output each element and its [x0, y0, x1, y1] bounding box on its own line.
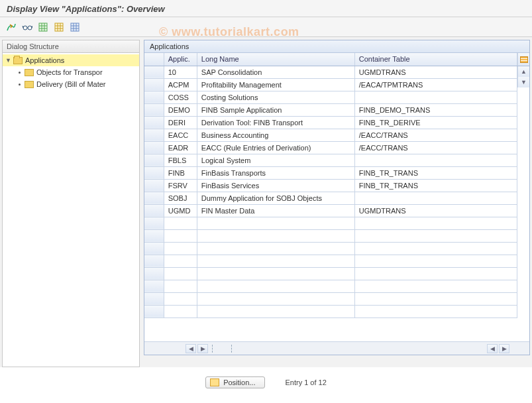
- position-button[interactable]: Position...: [205, 376, 265, 388]
- cell-long-name[interactable]: SAP Consolidation: [197, 66, 354, 78]
- row-selector[interactable]: [144, 255, 164, 267]
- row-selector[interactable]: [144, 116, 164, 129]
- cell-long-name[interactable]: [197, 280, 354, 292]
- row-selector[interactable]: [144, 78, 164, 91]
- row-selector[interactable]: [144, 242, 164, 255]
- cell-long-name[interactable]: [197, 292, 354, 305]
- toggle-display-icon[interactable]: [5, 21, 17, 33]
- cell-applic[interactable]: [164, 280, 197, 292]
- cell-container-table[interactable]: UGMDTRANS: [354, 66, 517, 78]
- hscroll-left-button[interactable]: ◀: [186, 344, 196, 353]
- cell-long-name[interactable]: FINB Sample Application: [197, 103, 354, 116]
- row-selector[interactable]: [144, 103, 164, 116]
- cell-container-table[interactable]: [354, 267, 517, 280]
- cell-applic[interactable]: [164, 242, 197, 255]
- hscroll-right-button-2[interactable]: ▶: [499, 344, 509, 353]
- row-selector[interactable]: [144, 292, 164, 305]
- row-selector[interactable]: [144, 91, 164, 103]
- col-header-applic[interactable]: Applic.: [164, 53, 197, 66]
- cell-container-table[interactable]: [354, 280, 517, 292]
- table-row[interactable]: SOBJDummy Application for SOBJ Objects: [144, 192, 517, 204]
- cell-long-name[interactable]: Business Accounting: [197, 129, 354, 141]
- spreadsheet-green-icon[interactable]: [37, 21, 49, 33]
- glasses-icon[interactable]: [21, 21, 33, 33]
- table-row-empty[interactable]: [144, 217, 517, 229]
- scroll-up-button[interactable]: ▲: [518, 66, 529, 77]
- hscroll-right-button[interactable]: ▶: [197, 344, 208, 353]
- cell-applic[interactable]: UGMD: [164, 204, 197, 217]
- spreadsheet-yellow-icon[interactable]: [53, 21, 65, 33]
- table-row[interactable]: EACCBusiness Accounting/EACC/TRANS: [144, 129, 517, 141]
- cell-long-name[interactable]: [197, 217, 354, 229]
- row-selector[interactable]: [144, 267, 164, 280]
- tree-node-applications[interactable]: ▼ Applications: [3, 54, 139, 66]
- row-selector[interactable]: [144, 141, 164, 154]
- cell-long-name[interactable]: [197, 305, 354, 317]
- cell-applic[interactable]: [164, 267, 197, 280]
- table-row-empty[interactable]: [144, 267, 517, 280]
- cell-container-table[interactable]: FINB_TR_TRANS: [354, 166, 517, 179]
- table-row-empty[interactable]: [144, 292, 517, 305]
- cell-container-table[interactable]: [354, 91, 517, 103]
- row-selector[interactable]: [144, 229, 164, 242]
- table-row[interactable]: 10SAP ConsolidationUGMDTRANS: [144, 66, 517, 78]
- cell-applic[interactable]: 10: [164, 66, 197, 78]
- table-row[interactable]: FINBFinBasis TransportsFINB_TR_TRANS: [144, 166, 517, 179]
- cell-container-table[interactable]: /EACC/TRANS: [354, 141, 517, 154]
- row-selector[interactable]: [144, 280, 164, 292]
- table-row-empty[interactable]: [144, 280, 517, 292]
- cell-applic[interactable]: FINB: [164, 166, 197, 179]
- cell-applic[interactable]: DERI: [164, 116, 197, 129]
- cell-long-name[interactable]: FinBasis Services: [197, 179, 354, 192]
- cell-container-table[interactable]: FINB_TR_TRANS: [354, 179, 517, 192]
- row-selector-header[interactable]: [144, 53, 164, 66]
- table-row[interactable]: COSSCosting Solutions: [144, 91, 517, 103]
- row-selector[interactable]: [144, 166, 164, 179]
- col-header-long-name[interactable]: Long Name: [197, 53, 354, 66]
- column-split-handle[interactable]: [212, 345, 232, 353]
- cell-long-name[interactable]: Logical System: [197, 154, 354, 166]
- column-config-button[interactable]: [517, 53, 529, 66]
- cell-applic[interactable]: ACPM: [164, 78, 197, 91]
- table-row-empty[interactable]: [144, 229, 517, 242]
- row-selector[interactable]: [144, 154, 164, 166]
- cell-long-name[interactable]: [197, 242, 354, 255]
- col-header-container-table[interactable]: Container Table: [354, 53, 517, 66]
- table-row[interactable]: DEMOFINB Sample ApplicationFINB_DEMO_TRA…: [144, 103, 517, 116]
- cell-long-name[interactable]: EACC (Rule Entries of Derivation): [197, 141, 354, 154]
- cell-container-table[interactable]: /EACC/TRANS: [354, 129, 517, 141]
- cell-applic[interactable]: DEMO: [164, 103, 197, 116]
- cell-applic[interactable]: FBLS: [164, 154, 197, 166]
- cell-applic[interactable]: EADR: [164, 141, 197, 154]
- row-selector[interactable]: [144, 305, 164, 317]
- cell-container-table[interactable]: FINB_TR_DERIVE: [354, 116, 517, 129]
- cell-applic[interactable]: COSS: [164, 91, 197, 103]
- cell-applic[interactable]: [164, 292, 197, 305]
- table-row-empty[interactable]: [144, 305, 517, 317]
- table-row[interactable]: EADREACC (Rule Entries of Derivation)/EA…: [144, 141, 517, 154]
- table-row[interactable]: UGMDFIN Master DataUGMDTRANS: [144, 204, 517, 217]
- cell-long-name[interactable]: Profitability Management: [197, 78, 354, 91]
- cell-container-table[interactable]: [354, 255, 517, 267]
- cell-applic[interactable]: FSRV: [164, 179, 197, 192]
- cell-container-table[interactable]: /EACA/TPMTRANS: [354, 78, 517, 91]
- table-row[interactable]: FBLSLogical System: [144, 154, 517, 166]
- row-selector[interactable]: [144, 204, 164, 217]
- row-selector[interactable]: [144, 179, 164, 192]
- cell-applic[interactable]: [164, 229, 197, 242]
- cell-applic[interactable]: [164, 217, 197, 229]
- cell-long-name[interactable]: Dummy Application for SOBJ Objects: [197, 192, 354, 204]
- hscroll-left-button-2[interactable]: ◀: [487, 344, 498, 353]
- row-selector[interactable]: [144, 192, 164, 204]
- cell-long-name[interactable]: FinBasis Transports: [197, 166, 354, 179]
- row-selector[interactable]: [144, 66, 164, 78]
- cell-container-table[interactable]: FINB_DEMO_TRANS: [354, 103, 517, 116]
- cell-applic[interactable]: [164, 305, 197, 317]
- tree-node-delivery[interactable]: Delivery (Bill of Mater: [3, 78, 139, 90]
- table-row-empty[interactable]: [144, 255, 517, 267]
- row-selector[interactable]: [144, 129, 164, 141]
- cell-applic[interactable]: [164, 255, 197, 267]
- cell-long-name[interactable]: FIN Master Data: [197, 204, 354, 217]
- cell-container-table[interactable]: [354, 192, 517, 204]
- spreadsheet-blue-icon[interactable]: [69, 21, 81, 33]
